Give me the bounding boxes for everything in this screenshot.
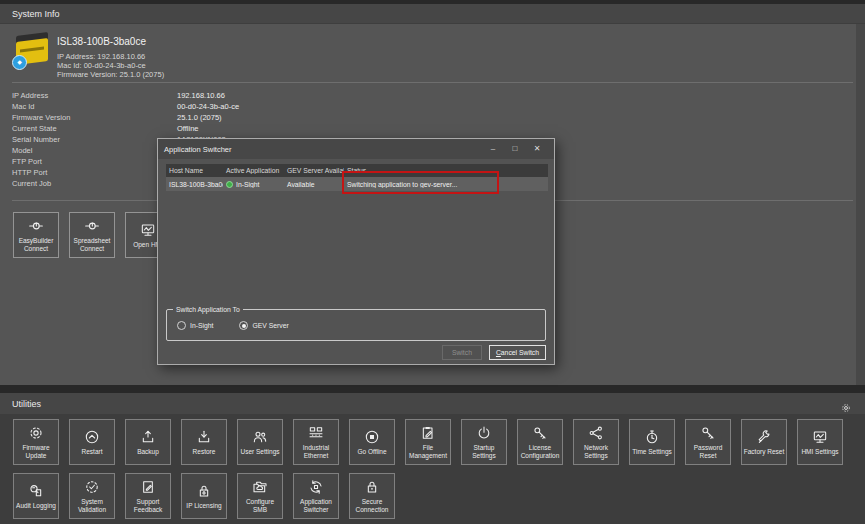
feedback-icon — [140, 478, 156, 496]
go-offline-icon — [364, 428, 380, 446]
close-icon[interactable]: ✕ — [526, 139, 548, 159]
tile-label: Configure SMB — [238, 498, 282, 514]
system-info-header: System Info — [0, 4, 865, 24]
tile-go-offline[interactable]: Go Offline — [349, 419, 395, 465]
tile-network-settings[interactable]: Network Settings — [573, 419, 619, 465]
network-icon — [588, 424, 604, 442]
utilities-header: Utilities — [0, 393, 865, 414]
dialog-titlebar[interactable]: Application Switcher – □ ✕ — [158, 139, 554, 159]
table-row[interactable]: ISL38-100B-3ba0ce In-Sight Available Swi… — [166, 177, 548, 191]
connect-icon — [84, 217, 100, 235]
key-icon — [532, 424, 548, 442]
detail-value: 192.168.10.66 — [177, 91, 225, 100]
tile-configure-smb[interactable]: Configure SMB — [237, 473, 283, 519]
tile-label: Secure Connection — [350, 498, 394, 514]
tile-restart[interactable]: Restart — [69, 419, 115, 465]
tile-startup-settings[interactable]: Startup Settings — [461, 419, 507, 465]
tile-license-configuration[interactable]: License Configuration — [517, 419, 563, 465]
device-icon: ◆ — [14, 33, 52, 70]
maximize-icon[interactable]: □ — [504, 139, 526, 159]
tile-application-switcher[interactable]: Application Switcher — [293, 473, 339, 519]
lock-plus-icon — [196, 482, 212, 500]
stopwatch-icon — [644, 428, 660, 446]
detail-value: 25.1.0 (2075) — [177, 113, 222, 122]
tile-secure-connection[interactable]: Secure Connection — [349, 473, 395, 519]
tile-industrial-ethernet[interactable]: Industrial Ethernet — [293, 419, 339, 465]
tile-support-feedback[interactable]: Support Feedback — [125, 473, 171, 519]
tile-user-settings[interactable]: User Settings — [237, 419, 283, 465]
tile-easybuilder-connect[interactable]: EasyBuilder Connect — [13, 212, 59, 258]
tile-firmware-update[interactable]: Firmware Update — [13, 419, 59, 465]
connect-icon — [28, 217, 44, 235]
radio-circle-icon — [177, 321, 186, 330]
table-header-row: Host NameActive ApplicationGEV Server Av… — [166, 164, 548, 177]
radio-gev-server[interactable]: GEV Server — [239, 321, 288, 330]
detail-row-current-state: Current StateOffline — [12, 123, 432, 134]
industrial-ethernet-icon — [308, 424, 324, 442]
application-table: Host NameActive ApplicationGEV Server Av… — [166, 164, 548, 191]
tile-hmi-settings[interactable]: HMI Settings — [797, 419, 843, 465]
restart-icon — [84, 428, 100, 446]
restore-icon — [196, 428, 212, 446]
divider — [12, 82, 853, 83]
magnifier-doc-icon — [28, 482, 44, 500]
radio-in-sight[interactable]: In-Sight — [177, 321, 213, 330]
tile-label: Restore — [192, 448, 217, 456]
gear-icon — [28, 424, 44, 442]
tile-label: Application Switcher — [294, 498, 338, 514]
detail-value: Offline — [177, 124, 199, 133]
switch-options: In-Sight GEV Server — [167, 310, 545, 330]
tile-label: Audit Logging — [15, 502, 57, 510]
column-header-gev-server-availability[interactable]: GEV Server Availability — [284, 167, 344, 174]
tile-label: EasyBuilder Connect — [14, 237, 58, 253]
tile-password-reset[interactable]: Password Reset — [685, 419, 731, 465]
tile-restore[interactable]: Restore — [181, 419, 227, 465]
minimize-icon[interactable]: – — [482, 139, 504, 159]
tile-label: Support Feedback — [126, 498, 170, 514]
tile-label: File Management — [406, 444, 450, 460]
gear-icon[interactable] — [841, 399, 851, 409]
tile-label: Factory Reset — [743, 448, 785, 456]
column-header-host-name[interactable]: Host Name — [166, 167, 223, 174]
column-header-status[interactable]: Status — [344, 167, 548, 174]
detail-label: Serial Number — [12, 135, 177, 144]
tile-time-settings[interactable]: Time Settings — [629, 419, 675, 465]
switch-group-label: Switch Application To — [173, 306, 243, 313]
gear-check-icon — [84, 478, 100, 496]
active-application-cell: In-Sight — [223, 181, 284, 188]
tile-spreadsheet-connect[interactable]: Spreadsheet Connect — [69, 212, 115, 258]
tile-file-management[interactable]: File Management — [405, 419, 451, 465]
switch-button[interactable]: Switch — [442, 345, 482, 360]
device-status-badge-icon: ◆ — [12, 55, 27, 70]
file-management-icon — [420, 424, 436, 442]
active-application-value: In-Sight — [236, 181, 259, 188]
detail-value: 00-d0-24-3b-a0-ce — [177, 102, 239, 111]
wrench-icon — [756, 428, 772, 446]
window-controls: – □ ✕ — [482, 139, 548, 159]
lock-icon — [364, 478, 380, 496]
utilities-row-1: Firmware UpdateRestartBackupRestoreUser … — [13, 419, 843, 465]
tile-label: Time Settings — [631, 448, 673, 456]
host-name-cell: ISL38-100B-3ba0ce — [166, 181, 223, 188]
app-window: System Info ◆ ISL38-100B-3ba0ce IP Addre… — [0, 0, 865, 524]
backup-icon — [140, 428, 156, 446]
tile-backup[interactable]: Backup — [125, 419, 171, 465]
tile-label: IP Licensing — [185, 502, 222, 510]
tile-system-validation[interactable]: System Validation — [69, 473, 115, 519]
tile-label: License Configuration — [518, 444, 562, 460]
folder-cloud-icon — [252, 478, 268, 496]
right-edge-strip — [856, 24, 865, 385]
green-status-dot-icon — [226, 181, 233, 188]
tile-label: Go Offline — [356, 448, 387, 456]
cancel-switch-button[interactable]: Cancel Switch — [489, 345, 546, 360]
app-switcher-icon — [308, 478, 324, 496]
tile-factory-reset[interactable]: Factory Reset — [741, 419, 787, 465]
dialog-title: Application Switcher — [164, 145, 232, 154]
detail-label: Current State — [12, 124, 177, 133]
tile-label: Firmware Update — [14, 444, 58, 460]
monitor-icon — [812, 428, 828, 446]
detail-row-ip-address: IP Address192.168.10.66 — [12, 90, 432, 101]
tile-ip-licensing[interactable]: IP Licensing — [181, 473, 227, 519]
column-header-active-application[interactable]: Active Application — [223, 167, 284, 174]
tile-audit-logging[interactable]: Audit Logging — [13, 473, 59, 519]
